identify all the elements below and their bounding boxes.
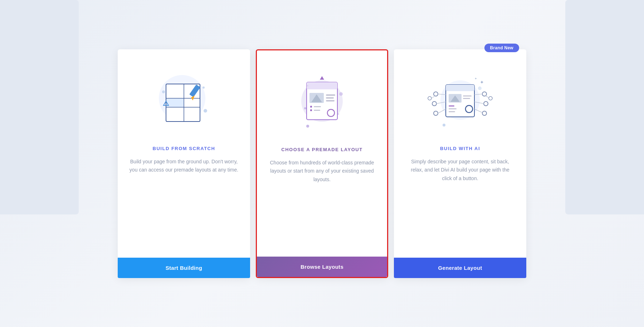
- brand-new-badge: Brand New: [484, 44, 519, 52]
- svg-point-56: [489, 96, 492, 100]
- svg-rect-36: [463, 95, 472, 96]
- svg-rect-20: [310, 106, 312, 108]
- card-content-scratch: BUILD FROM SCRATCH Build your page from …: [118, 49, 250, 258]
- svg-point-9: [204, 109, 207, 113]
- illustration-ai: ✦ ✦: [424, 64, 496, 135]
- svg-rect-18: [326, 97, 334, 99]
- svg-rect-38: [449, 105, 454, 106]
- svg-point-27: [339, 92, 343, 96]
- start-building-button[interactable]: Start Building: [118, 258, 250, 278]
- svg-rect-21: [314, 106, 321, 107]
- cards-container: BUILD FROM SCRATCH Build your page from …: [115, 49, 529, 278]
- svg-point-46: [434, 111, 438, 115]
- svg-marker-25: [320, 76, 324, 80]
- page-background: BUILD FROM SCRATCH Build your page from …: [0, 0, 644, 327]
- svg-point-28: [304, 107, 306, 109]
- svg-point-48: [428, 96, 431, 100]
- svg-rect-37: [463, 98, 470, 99]
- card-title-scratch: BUILD FROM SCRATCH: [153, 146, 215, 151]
- svg-point-8: [162, 90, 165, 93]
- card-description-premade: Choose from hundreds of world-class prem…: [268, 159, 376, 184]
- svg-point-60: [443, 124, 445, 127]
- illustration-premade: × ×: [286, 65, 358, 136]
- svg-point-10: [203, 86, 205, 89]
- svg-point-54: [482, 111, 487, 115]
- svg-rect-40: [449, 111, 455, 112]
- svg-text:✦: ✦: [480, 79, 484, 85]
- card-content-premade: × × CHOOSE A PREMADE LAYOUT Choose from …: [257, 50, 387, 257]
- card-description-scratch: Build your page from the ground up. Don'…: [129, 158, 239, 175]
- svg-rect-33: [446, 85, 474, 91]
- svg-rect-17: [326, 94, 335, 96]
- card-build-from-scratch: BUILD FROM SCRATCH Build your page from …: [118, 49, 250, 278]
- card-build-with-ai: Brand New: [394, 49, 526, 278]
- card-title-premade: CHOOSE A PREMADE LAYOUT: [281, 147, 362, 152]
- svg-line-49: [431, 95, 436, 98]
- svg-rect-39: [449, 108, 457, 109]
- browse-layouts-button[interactable]: Browse Layouts: [257, 257, 387, 277]
- card-content-ai: ✦ ✦ BUILD WITH AI Simply describe your p…: [394, 49, 526, 258]
- svg-rect-22: [310, 109, 312, 111]
- svg-line-57: [484, 95, 489, 98]
- generate-layout-button[interactable]: Generate Layout: [394, 258, 526, 278]
- svg-point-26: [306, 125, 309, 128]
- svg-text:×: ×: [307, 84, 308, 88]
- card-premade-layout: × × CHOOSE A PREMADE LAYOUT Choose from …: [256, 49, 388, 278]
- svg-point-61: [478, 86, 482, 90]
- svg-text:✦: ✦: [474, 77, 477, 80]
- svg-point-52: [484, 101, 488, 106]
- svg-rect-19: [326, 100, 335, 101]
- svg-rect-14: [307, 82, 337, 89]
- svg-rect-23: [314, 110, 320, 111]
- card-title-ai: BUILD WITH AI: [440, 146, 480, 151]
- card-description-ai: Simply describe your page content, sit b…: [405, 158, 515, 183]
- svg-point-44: [432, 101, 436, 106]
- illustration-scratch: [148, 64, 220, 135]
- svg-text:×: ×: [337, 112, 340, 116]
